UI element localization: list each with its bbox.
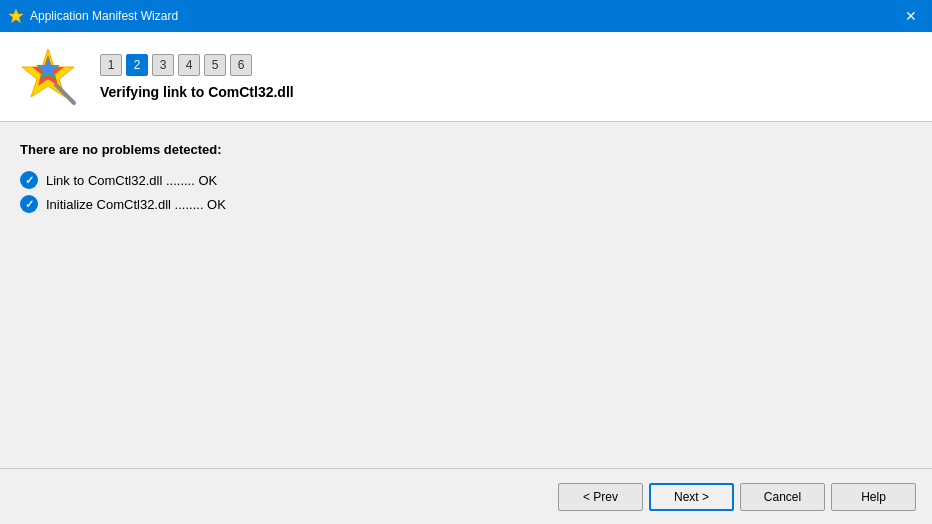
wizard-title: Verifying link to ComCtl32.dll	[100, 84, 294, 100]
title-bar: Application Manifest Wizard ✕	[0, 0, 932, 32]
check-icon-1	[20, 195, 38, 213]
step-2: 2	[126, 54, 148, 76]
wizard-body: There are no problems detected: Link to …	[0, 122, 932, 468]
title-bar-text: Application Manifest Wizard	[30, 9, 898, 23]
check-item-1: Initialize ComCtl32.dll ........ OK	[20, 195, 912, 213]
close-button[interactable]: ✕	[898, 3, 924, 29]
cancel-button[interactable]: Cancel	[740, 483, 825, 511]
step-6: 6	[230, 54, 252, 76]
prev-button[interactable]: < Prev	[558, 483, 643, 511]
close-icon: ✕	[905, 8, 917, 24]
wizard-header-right: 123456 Verifying link to ComCtl32.dll	[100, 54, 294, 100]
help-button[interactable]: Help	[831, 483, 916, 511]
step-5: 5	[204, 54, 226, 76]
next-button[interactable]: Next >	[649, 483, 734, 511]
svg-marker-0	[9, 9, 23, 23]
step-1: 1	[100, 54, 122, 76]
check-items: Link to ComCtl32.dll ........ OKInitiali…	[20, 171, 912, 213]
wizard-logo	[16, 45, 80, 109]
wizard-header: 123456 Verifying link to ComCtl32.dll	[0, 32, 932, 122]
step-indicators: 123456	[100, 54, 294, 76]
step-4: 4	[178, 54, 200, 76]
check-item-0: Link to ComCtl32.dll ........ OK	[20, 171, 912, 189]
check-label-0: Link to ComCtl32.dll ........ OK	[46, 173, 217, 188]
status-title: There are no problems detected:	[20, 142, 912, 157]
check-icon-0	[20, 171, 38, 189]
check-label-1: Initialize ComCtl32.dll ........ OK	[46, 197, 226, 212]
title-bar-icon	[8, 8, 24, 24]
wizard-footer: < Prev Next > Cancel Help	[0, 468, 932, 524]
step-3: 3	[152, 54, 174, 76]
